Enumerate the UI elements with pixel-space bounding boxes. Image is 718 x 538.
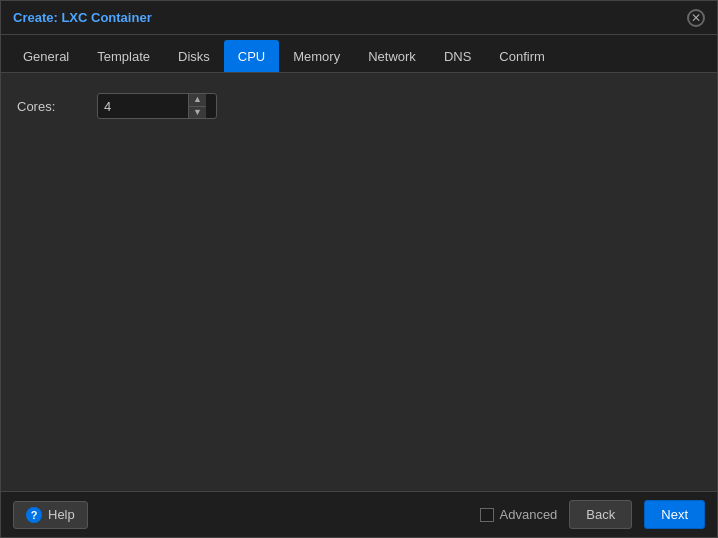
cores-spinner: ▲ ▼ (97, 93, 217, 119)
tab-confirm[interactable]: Confirm (485, 40, 559, 72)
spinner-up-button[interactable]: ▲ (189, 94, 206, 107)
tab-memory[interactable]: Memory (279, 40, 354, 72)
footer-right: Advanced Back Next (480, 500, 705, 529)
next-button[interactable]: Next (644, 500, 705, 529)
content-area: Cores: ▲ ▼ (1, 73, 717, 491)
close-button[interactable]: ✕ (687, 9, 705, 27)
tab-bar: General Template Disks CPU Memory Networ… (1, 35, 717, 73)
advanced-checkbox[interactable] (480, 508, 494, 522)
tab-dns[interactable]: DNS (430, 40, 485, 72)
cores-row: Cores: ▲ ▼ (17, 93, 701, 119)
cores-input[interactable] (98, 97, 188, 116)
tab-cpu[interactable]: CPU (224, 40, 279, 72)
back-button[interactable]: Back (569, 500, 632, 529)
tab-network[interactable]: Network (354, 40, 430, 72)
help-label: Help (48, 507, 75, 522)
title-bar: Create: LXC Container ✕ (1, 1, 717, 35)
help-button[interactable]: ? Help (13, 501, 88, 529)
spinner-down-button[interactable]: ▼ (189, 107, 206, 119)
tab-template[interactable]: Template (83, 40, 164, 72)
tab-general[interactable]: General (9, 40, 83, 72)
help-icon: ? (26, 507, 42, 523)
footer: ? Help Advanced Back Next (1, 491, 717, 537)
advanced-label: Advanced (480, 507, 558, 522)
tab-disks[interactable]: Disks (164, 40, 224, 72)
advanced-text: Advanced (500, 507, 558, 522)
cores-label: Cores: (17, 99, 97, 114)
spinner-buttons: ▲ ▼ (188, 94, 206, 118)
dialog-title: Create: LXC Container (13, 10, 152, 25)
dialog: Create: LXC Container ✕ General Template… (0, 0, 718, 538)
